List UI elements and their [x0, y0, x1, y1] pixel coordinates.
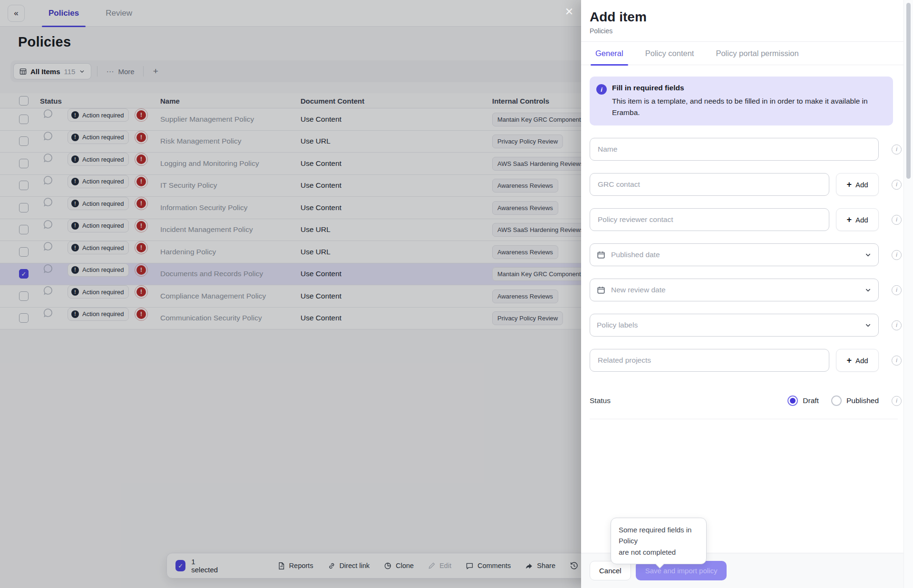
- info-icon[interactable]: i: [892, 396, 902, 406]
- name-field-row: i: [590, 138, 902, 161]
- plus-icon: +: [846, 215, 852, 225]
- info-icon[interactable]: i: [892, 180, 902, 190]
- name-input[interactable]: [590, 138, 879, 161]
- new-review-date-select[interactable]: New review date: [590, 279, 879, 301]
- published-date-select[interactable]: Published date: [590, 243, 879, 266]
- tab-policy-portal-permission[interactable]: Policy portal permission: [711, 42, 803, 65]
- drawer-title: Add item: [590, 10, 902, 25]
- add-item-drawer: Add item Policies General Policy content…: [581, 0, 913, 588]
- policy-reviewer-input[interactable]: [590, 208, 829, 231]
- drawer-body: i Fill in required fields This item is a…: [581, 65, 913, 553]
- tab-general[interactable]: General: [591, 42, 628, 65]
- drawer-subtitle: Policies: [590, 27, 902, 35]
- calendar-icon: [597, 286, 605, 294]
- drawer-header: Add item Policies: [581, 0, 913, 42]
- status-radio-group: Draft Published: [787, 395, 879, 406]
- info-icon[interactable]: i: [892, 285, 902, 295]
- tooltip-text-line1: Some required fields in Policy: [619, 524, 699, 547]
- banner-title: Fill in required fields: [612, 84, 878, 92]
- drawer-tabs: General Policy content Policy portal per…: [581, 42, 913, 65]
- close-icon: ✕: [565, 6, 573, 18]
- required-fields-banner: i Fill in required fields This item is a…: [590, 77, 893, 125]
- drawer-scrollbar-track[interactable]: [903, 0, 913, 588]
- new-review-date-field-row: New review date i: [590, 279, 902, 301]
- related-projects-input[interactable]: [590, 349, 829, 372]
- status-option-draft[interactable]: Draft: [787, 395, 819, 406]
- app-root: « Policies Review Policies All Items 115: [0, 0, 913, 588]
- banner-body: This item is a template, and needs to be…: [612, 96, 878, 118]
- chevron-down-icon: [864, 251, 872, 259]
- info-icon[interactable]: i: [892, 145, 902, 154]
- status-field-row: Status Draft Published i: [590, 395, 902, 406]
- info-icon: i: [596, 84, 607, 95]
- chevron-down-icon: [864, 322, 872, 329]
- validation-tooltip: Some required fields in Policy are not c…: [611, 518, 707, 564]
- radio-published[interactable]: [831, 395, 842, 406]
- info-icon[interactable]: i: [892, 250, 902, 260]
- status-option-published[interactable]: Published: [831, 395, 879, 406]
- radio-draft[interactable]: [787, 395, 798, 406]
- tab-policy-content[interactable]: Policy content: [641, 42, 699, 65]
- info-icon[interactable]: i: [892, 320, 902, 330]
- published-date-placeholder: Published date: [611, 251, 859, 259]
- new-review-date-placeholder: New review date: [611, 286, 859, 294]
- plus-icon: +: [846, 180, 852, 190]
- plus-icon: +: [846, 356, 852, 366]
- policy-reviewer-field-row: + Add i: [590, 208, 902, 231]
- grc-contact-input[interactable]: [590, 173, 829, 196]
- grc-contact-add-button[interactable]: + Add: [836, 173, 879, 196]
- policy-labels-placeholder: Policy labels: [597, 321, 859, 329]
- related-projects-add-button[interactable]: + Add: [836, 349, 879, 372]
- info-icon[interactable]: i: [892, 215, 902, 225]
- policy-labels-field-row: Policy labels i: [590, 314, 902, 337]
- close-drawer-button[interactable]: ✕: [561, 4, 577, 20]
- section-divider: [590, 419, 898, 419]
- chevron-down-icon: [864, 287, 872, 294]
- info-icon[interactable]: i: [892, 356, 902, 366]
- status-label: Status: [590, 396, 611, 405]
- related-projects-field-row: + Add i: [590, 349, 902, 372]
- calendar-icon: [597, 251, 605, 259]
- grc-contact-field-row: + Add i: [590, 173, 902, 196]
- tooltip-text-line2: are not completed: [619, 547, 699, 558]
- policy-reviewer-add-button[interactable]: + Add: [836, 208, 879, 231]
- published-date-field-row: Published date i: [590, 243, 902, 266]
- policy-labels-select[interactable]: Policy labels: [590, 314, 879, 337]
- drawer-scrollbar-thumb[interactable]: [906, 3, 911, 179]
